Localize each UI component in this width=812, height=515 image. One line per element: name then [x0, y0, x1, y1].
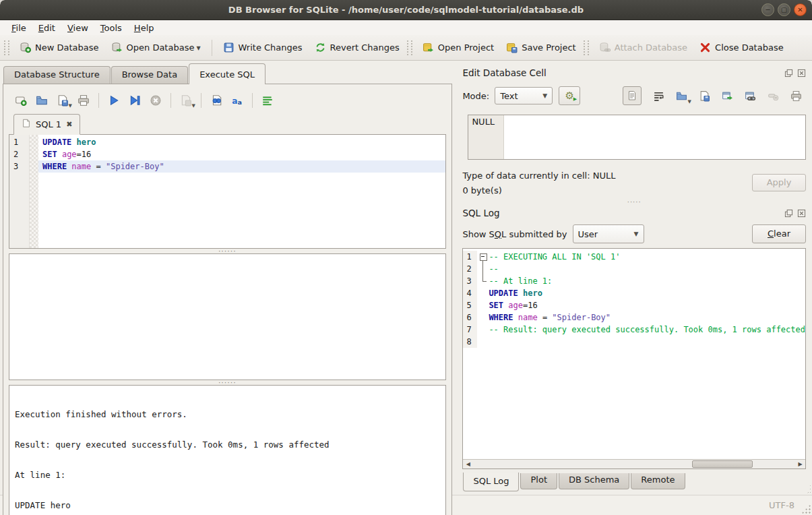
- results-grid[interactable]: [9, 253, 446, 380]
- menu-help[interactable]: Help: [128, 22, 160, 34]
- scroll-left-icon[interactable]: ◀: [463, 460, 473, 468]
- set-null-icon: [766, 88, 780, 103]
- clear-log-button[interactable]: Clear: [752, 224, 806, 243]
- menu-edit[interactable]: Edit: [32, 22, 61, 34]
- close-panel-icon[interactable]: [797, 68, 806, 78]
- close-database-label: Close Database: [715, 42, 784, 53]
- resize-grip[interactable]: [801, 504, 811, 514]
- save-project-label: Save Project: [522, 42, 576, 53]
- new-sql-tab-icon[interactable]: [14, 94, 28, 107]
- open-database-button[interactable]: Open Database ▼: [105, 38, 207, 57]
- sql-log-title: SQL Log: [462, 208, 784, 218]
- cell-value-gutter: NULL: [468, 115, 504, 159]
- format-sql-icon[interactable]: [261, 94, 274, 107]
- write-changes-button[interactable]: Write Changes: [217, 38, 309, 57]
- import-dropdown-icon[interactable]: ▼: [688, 99, 691, 104]
- menu-view[interactable]: View: [61, 22, 94, 34]
- dock-tab-db-schema[interactable]: DB Schema: [559, 473, 629, 489]
- new-database-button[interactable]: New Database: [13, 38, 105, 57]
- import-data-icon[interactable]: ▼: [674, 88, 689, 103]
- sql-editor[interactable]: 1 2 3 UPDATE hero SET age=16 WHERE name …: [9, 134, 446, 249]
- open-in-editor-icon[interactable]: [720, 88, 735, 103]
- new-database-label: New Database: [35, 42, 99, 53]
- save-sql-dropdown-icon[interactable]: ▼: [69, 103, 72, 109]
- execute-current-line-icon[interactable]: [128, 94, 142, 107]
- submitted-by-combobox[interactable]: User ▼: [573, 224, 644, 243]
- word-wrap-icon[interactable]: [651, 88, 666, 103]
- close-button[interactable]: ✕: [794, 3, 807, 16]
- open-database-label: Open Database: [127, 42, 195, 53]
- dock-splitter[interactable]: [462, 198, 806, 206]
- sql-toolbar: ▼: [9, 90, 446, 111]
- editor-line-current[interactable]: WHERE name = "Spider-Boy": [38, 160, 445, 173]
- save-sql-file-icon[interactable]: ▼: [56, 94, 69, 107]
- print-cell-icon[interactable]: [788, 88, 803, 103]
- editor-results-splitter[interactable]: [9, 249, 446, 253]
- log-line: 8: [463, 336, 805, 348]
- toolbar-drag-handle[interactable]: [407, 40, 412, 55]
- editor-line[interactable]: UPDATE hero: [38, 136, 445, 148]
- cell-editor: NULL: [468, 115, 806, 160]
- float-panel-icon[interactable]: [784, 208, 793, 218]
- open-sql-file-icon[interactable]: [35, 94, 49, 107]
- scrollbar-thumb[interactable]: [692, 460, 753, 468]
- new-database-icon: [20, 42, 31, 53]
- editor-line-numbers: 1 2 3: [9, 135, 30, 248]
- mode-label: Mode:: [462, 91, 489, 101]
- toolbar-drag-handle[interactable]: [4, 40, 9, 55]
- save-project-button[interactable]: Save Project: [500, 38, 582, 57]
- tab-database-structure[interactable]: Database Structure: [3, 66, 111, 84]
- sql-tab-1[interactable]: SQL 1 ✖: [13, 114, 80, 135]
- dock-tab-remote[interactable]: Remote: [631, 473, 685, 489]
- editor-code-area[interactable]: UPDATE hero SET age=16 WHERE name = "Spi…: [38, 135, 445, 248]
- chevron-down-icon: ▼: [634, 231, 639, 237]
- sql-tab-close-icon[interactable]: ✖: [66, 120, 72, 129]
- menu-tools[interactable]: Tools: [94, 22, 128, 34]
- sql-file-icon: [22, 119, 31, 130]
- execution-messages[interactable]: Execution finished without errors. Resul…: [9, 385, 446, 515]
- dock-tab-sql-log[interactable]: SQL Log: [463, 473, 519, 491]
- tab-execute-sql[interactable]: Execute SQL: [189, 63, 266, 84]
- cell-info-row: Type of data currently in cell: NULL 0 b…: [462, 169, 806, 198]
- fold-collapse-icon[interactable]: [477, 251, 489, 263]
- text-mode-icon[interactable]: [623, 86, 642, 105]
- execute-all-icon[interactable]: [107, 94, 121, 107]
- maximize-button[interactable]: ▢: [778, 3, 790, 16]
- open-project-button[interactable]: Open Project: [416, 38, 500, 57]
- editor-line[interactable]: SET age=16: [38, 148, 445, 160]
- print-icon[interactable]: [77, 94, 90, 107]
- right-dock: Edit Database Cell Mode: Text ▼: [457, 61, 812, 495]
- log-line: 5SET age=16: [463, 299, 805, 311]
- execute-sql-page: ▼: [3, 84, 452, 515]
- minimize-button[interactable]: ─: [761, 3, 774, 16]
- export-data-icon[interactable]: [697, 88, 712, 103]
- menu-file[interactable]: File: [5, 22, 32, 34]
- float-panel-icon[interactable]: [784, 68, 793, 78]
- svg-text:a: a: [232, 96, 237, 106]
- sql-log-lines: 1-- EXECUTING ALL IN 'SQL 1' 2-- 3-- At …: [463, 249, 805, 459]
- tab-browse-data[interactable]: Browse Data: [111, 66, 189, 84]
- dock-tab-plot[interactable]: Plot: [520, 473, 557, 489]
- results-messages-splitter[interactable]: [9, 380, 446, 385]
- revert-changes-button[interactable]: Revert Changes: [309, 38, 406, 57]
- link-data-icon[interactable]: [743, 88, 757, 103]
- message-line: At line 1:: [15, 470, 440, 480]
- svg-text:a: a: [238, 98, 242, 106]
- scroll-right-icon[interactable]: ▶: [795, 460, 805, 468]
- editor-fold-margin: [30, 135, 38, 248]
- find-replace-icon[interactable]: [210, 94, 223, 107]
- cell-text-area[interactable]: [504, 115, 805, 159]
- sql-log-filter-row: Show SQL submitted by User ▼ Clear: [462, 224, 806, 243]
- sql-log-view[interactable]: 1-- EXECUTING ALL IN 'SQL 1' 2-- 3-- At …: [462, 248, 806, 469]
- toolbar-drag-handle[interactable]: [584, 40, 589, 55]
- close-panel-icon[interactable]: [797, 208, 806, 218]
- auto-complete-icon[interactable]: aa: [230, 94, 244, 107]
- close-database-button[interactable]: Close Database: [693, 38, 790, 57]
- menu-bar: File Edit View Tools Help: [0, 20, 812, 35]
- auto-apply-button[interactable]: ⚙ ▶: [559, 86, 580, 105]
- panel-splitter[interactable]: [452, 61, 458, 495]
- export-results-icon: ▼: [179, 94, 193, 107]
- open-database-dropdown-icon[interactable]: ▼: [196, 45, 200, 53]
- horizontal-scrollbar[interactable]: ◀ ▶: [463, 459, 805, 468]
- mode-combobox[interactable]: Text ▼: [495, 87, 553, 104]
